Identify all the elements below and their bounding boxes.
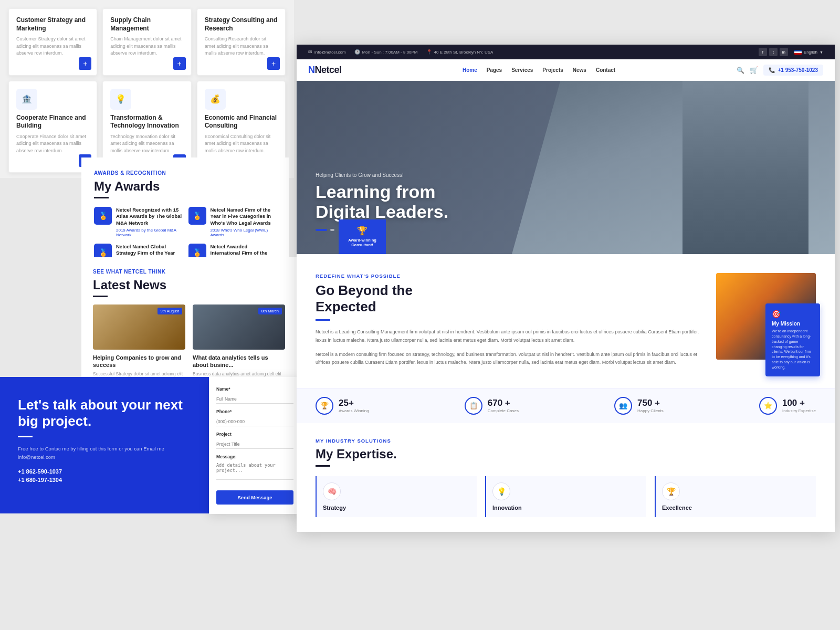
stat-icon-2: 👥 bbox=[614, 397, 632, 415]
topbar-right: f t in English ▼ bbox=[759, 48, 823, 56]
stat-item-2: 👥 750 + Happy Clients bbox=[614, 397, 664, 415]
service-card-3-title: Cooperate Finance and Building bbox=[16, 114, 89, 130]
expertise-label: My Industry Solutions bbox=[316, 438, 816, 444]
cart-icon[interactable]: 🛒 bbox=[750, 66, 758, 74]
linkedin-icon[interactable]: in bbox=[780, 48, 788, 56]
award-0-title: Netcel Recognized with 15 Atlas Awards b… bbox=[116, 207, 182, 226]
news-section-label: See What Netcel Think bbox=[93, 269, 285, 275]
service-card-4-icon: 💡 bbox=[110, 89, 131, 110]
expertise-card-0-title: Strategy bbox=[323, 505, 470, 511]
award-item-1: 🏅 Netcel Named Firm of the Year in Five … bbox=[188, 207, 277, 237]
hero-dot-1[interactable] bbox=[316, 229, 327, 231]
expertise-card-0: 🧠 Strategy bbox=[316, 476, 477, 517]
nav-pages[interactable]: Pages bbox=[487, 67, 502, 73]
logo: NNetcel bbox=[308, 65, 342, 76]
nav-services[interactable]: Services bbox=[511, 67, 533, 73]
service-card-2-desc: Consulting Research dolor sit amet adici… bbox=[205, 36, 278, 57]
send-button[interactable]: Send Message bbox=[216, 490, 293, 505]
project-label: Project bbox=[216, 432, 293, 437]
mission-icon: 🎯 bbox=[772, 310, 814, 318]
news-title: Latest News bbox=[93, 278, 285, 292]
lang-selector[interactable]: English ▼ bbox=[794, 50, 823, 55]
flag-icon bbox=[794, 50, 802, 55]
expertise-card-2-title: Excellence bbox=[662, 505, 810, 511]
expertise-card-1-icon: 💡 bbox=[492, 482, 510, 500]
nav-projects[interactable]: Projects bbox=[542, 67, 563, 73]
service-card-0-plus[interactable]: + bbox=[79, 57, 91, 70]
news-underline bbox=[93, 296, 108, 297]
award-badge-text: Award-winning Consultant! bbox=[347, 238, 377, 248]
facebook-icon[interactable]: f bbox=[759, 48, 767, 56]
expertise-section: My Industry Solutions My Expertise. 🧠 St… bbox=[297, 423, 835, 532]
news-card-1-img: 8th March bbox=[193, 304, 285, 350]
phone-icon: 📞 bbox=[769, 67, 775, 73]
service-card-5-desc: Economical Consulting dolor sit amet adi… bbox=[205, 133, 278, 155]
beyond-right: 🎯 My Mission We're an independent consul… bbox=[716, 273, 816, 367]
service-card-1-title: Supply Chain Management bbox=[110, 16, 183, 33]
service-card-0-title: Customer Strategy and Marketing bbox=[16, 16, 89, 33]
stat-item-3: ⭐ 100 + Industry Expertise bbox=[759, 397, 816, 415]
stat-item-1: 📋 670 + Complete Cases bbox=[465, 397, 519, 415]
phone-label: Phone* bbox=[216, 409, 293, 414]
cta-section: Let's talk about your next big project. … bbox=[0, 377, 209, 513]
search-icon[interactable]: 🔍 bbox=[737, 67, 744, 74]
service-card-1: Supply Chain Management Chain Management… bbox=[102, 8, 191, 76]
email-icon: ✉ bbox=[308, 49, 312, 55]
service-cards-top-row: Customer Strategy and Marketing Customer… bbox=[8, 8, 286, 76]
news-date-0: 9th August bbox=[158, 308, 182, 314]
hero-award-badge: 🏆 Award-winning Consultant! bbox=[339, 219, 386, 255]
form-group-phone: Phone* bbox=[216, 409, 293, 426]
mission-badge: 🎯 My Mission We're an independent consul… bbox=[765, 303, 820, 376]
service-card-5-icon: 💰 bbox=[205, 89, 226, 110]
hero-section: Helping Clients to Grow and Success! Lea… bbox=[297, 81, 835, 254]
topbar-left: ✉ info@netcel.com 🕐 Mon - Sun : 7:00AM -… bbox=[308, 49, 493, 55]
cta-phone-1: +1 862-590-1037 bbox=[18, 468, 191, 475]
form-group-project: Project bbox=[216, 432, 293, 449]
topbar-email: ✉ info@netcel.com bbox=[308, 49, 346, 55]
main-website: ✉ info@netcel.com 🕐 Mon - Sun : 7:00AM -… bbox=[297, 45, 835, 532]
navbar: NNetcel Home Pages Services Projects New… bbox=[297, 59, 835, 81]
expertise-title: My Expertise. bbox=[316, 447, 816, 461]
service-card-2: Strategy Consulting and Research Consult… bbox=[197, 8, 286, 76]
service-card-4-desc: Technology Innovation dolor sit amet adi… bbox=[110, 133, 183, 155]
expertise-card-2: 🏆 Excellence bbox=[655, 476, 816, 517]
phone-input[interactable] bbox=[216, 417, 293, 426]
mission-desc: We're an independent consultancy with a … bbox=[772, 329, 814, 370]
awards-title: My Awards bbox=[94, 179, 276, 194]
awards-underline bbox=[94, 197, 109, 198]
expertise-card-0-icon: 🧠 bbox=[323, 482, 341, 500]
service-card-2-plus[interactable]: + bbox=[267, 57, 280, 70]
stats-bar: 🏆 25+ Awards Winning 📋 670 + Complete Ca… bbox=[297, 388, 835, 423]
social-icons: f t in bbox=[759, 48, 788, 56]
expertise-card-1: 💡 Innovation bbox=[485, 476, 646, 517]
expertise-cards-row: 🧠 Strategy 💡 Innovation 🏆 Excellence bbox=[316, 476, 816, 517]
stat-number-2: 750 + bbox=[637, 398, 664, 408]
stat-icon-0: 🏆 bbox=[316, 397, 333, 415]
message-textarea[interactable] bbox=[216, 461, 293, 480]
stat-icon-1: 📋 bbox=[465, 397, 482, 415]
beyond-left: Redefine what's possible Go Beyond the E… bbox=[316, 273, 701, 367]
beyond-desc1: Netcel is a Leading Consulting Managemen… bbox=[316, 328, 701, 344]
nav-contact[interactable]: Contact bbox=[596, 67, 615, 73]
stat-label-2: Happy Clients bbox=[637, 408, 664, 413]
award-icon-1: 🏅 bbox=[188, 207, 206, 225]
name-input[interactable] bbox=[216, 395, 293, 404]
cta-title: Let's talk about your next big project. bbox=[18, 397, 191, 429]
stat-number-0: 25+ bbox=[339, 398, 369, 408]
award-0-year: 2019 Awards by the Global M&A Network bbox=[116, 228, 182, 237]
pin-icon: 📍 bbox=[426, 49, 432, 55]
project-input[interactable] bbox=[216, 440, 293, 449]
award-1-year: 2018 Who's Who Legal (WWL) Awards bbox=[211, 228, 277, 237]
news-date-1: 8th March bbox=[258, 308, 282, 314]
nav-news[interactable]: News bbox=[573, 67, 586, 73]
hero-dot-2[interactable] bbox=[330, 229, 334, 231]
service-card-3-desc: Cooperate Finance dolor sit amet adicing… bbox=[16, 133, 89, 155]
topbar-address: 📍 40 E 28th St, Brooklyn NY, USA bbox=[426, 49, 494, 55]
twitter-icon[interactable]: t bbox=[769, 48, 778, 56]
stat-number-3: 100 + bbox=[782, 398, 816, 408]
service-card-0: Customer Strategy and Marketing Customer… bbox=[8, 8, 97, 76]
nav-home[interactable]: Home bbox=[463, 67, 477, 73]
news-card-0-img: 9th August bbox=[93, 304, 185, 350]
service-card-1-plus[interactable]: + bbox=[173, 57, 186, 70]
topbar: ✉ info@netcel.com 🕐 Mon - Sun : 7:00AM -… bbox=[297, 45, 835, 59]
